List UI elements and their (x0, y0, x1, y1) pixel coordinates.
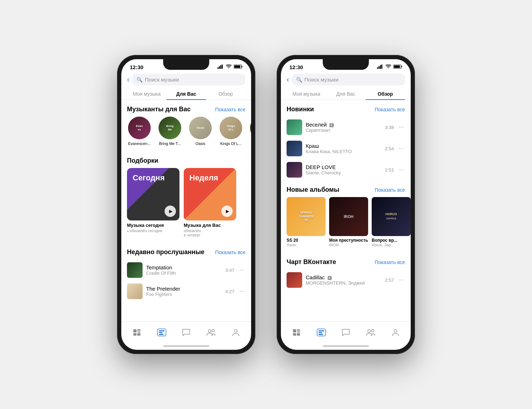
track-name: The Pretender (146, 286, 222, 292)
chart-show-all[interactable]: Показать все (375, 259, 405, 265)
playlist-play-button[interactable] (165, 206, 176, 217)
avatar-img: Evanes (128, 117, 151, 139)
bottom-tab-messages-right[interactable] (342, 329, 350, 336)
artists-title: Музыканты для Вас (127, 106, 191, 113)
avatar-img: Three (250, 117, 251, 139)
playlist-play-button[interactable] (221, 206, 233, 217)
track-cover (127, 284, 143, 299)
list-item[interactable]: Сегодня Музыка сегодня ● обновлён сегодн… (127, 168, 179, 237)
list-item[interactable]: BringMe Bring Me T... (157, 117, 182, 146)
playlist-cover-today: Сегодня (127, 168, 179, 220)
playlist-cover-title: Сегодня (133, 174, 165, 182)
track-duration: 2:54 (385, 146, 394, 151)
tab-my-music-left[interactable]: Моя музыка (127, 88, 166, 100)
svg-rect-30 (297, 333, 300, 336)
tab-for-you-right[interactable]: Для Вас (326, 88, 365, 100)
track-more-button[interactable]: ··· (398, 167, 405, 173)
artist-name: Kings Of L... (220, 141, 242, 146)
bottom-tab-friends-left[interactable] (206, 329, 216, 336)
bottom-tab-music-left[interactable] (157, 329, 166, 336)
bottom-tab-feed-left[interactable] (133, 329, 141, 336)
tabs-left: Моя музыка Для Вас Обзор (121, 88, 251, 100)
bottom-tab-messages-left[interactable] (182, 329, 190, 336)
explicit-icon: E (328, 276, 332, 280)
svg-rect-14 (159, 332, 162, 333)
list-item[interactable]: Oasis Oasis (188, 117, 213, 146)
bottom-tab-feed-right[interactable] (292, 329, 301, 336)
back-button-right[interactable]: ‹ (287, 75, 289, 84)
track-duration: 3:47 (225, 268, 234, 273)
list-item[interactable]: Краш Клава Кока, NILETTO 2:54 ··· (281, 138, 411, 159)
track-info: The Pretender Foo Fighters (146, 286, 222, 297)
track-more-button[interactable]: ··· (398, 124, 405, 130)
track-more-button[interactable]: ··· (238, 288, 245, 295)
album-name: Вопрос вр... (372, 238, 411, 243)
tab-for-you-left[interactable]: Для Вас (166, 88, 206, 100)
recent-section-header: Недавно прослушанные Показать все (121, 243, 251, 259)
artists-show-all[interactable]: Показать все (215, 107, 245, 112)
svg-rect-27 (297, 329, 300, 331)
playlist-cover-title: Неделя (189, 174, 218, 182)
track-cover (287, 272, 302, 288)
list-item[interactable]: Temptation Cradle Of Filth 3:47 ··· (121, 259, 251, 281)
list-item[interactable]: Three Three D... (249, 117, 251, 146)
novinka-show-all[interactable]: Показать все (375, 107, 405, 112)
home-indicator-right (323, 345, 369, 347)
recent-show-all[interactable]: Показать все (215, 250, 245, 255)
search-placeholder-left: Поиск музыки (145, 77, 179, 83)
scroll-content-right: Новинки Показать все Веселей E Скриптони… (281, 100, 411, 350)
albums-show-all[interactable]: Показать все (375, 187, 405, 193)
track-info: Cadillac E MORGENSHTERN, Элджей (306, 274, 381, 286)
album-name: Моя преступность (329, 238, 368, 243)
novinka-section-header: Новинки Показать все (281, 100, 411, 117)
artists-row: Evanes Evanescen... BringMe Bring Me T..… (121, 117, 251, 151)
svg-rect-2 (220, 65, 221, 69)
avatar-img: BringMe (159, 117, 181, 139)
explicit-icon: E (329, 123, 333, 127)
list-item[interactable]: The Pretender Foo Fighters 4:27 ··· (121, 281, 251, 302)
bottom-tab-profile-left[interactable] (232, 329, 240, 336)
search-bar-left[interactable]: 🔍 Поиск музыки (132, 74, 245, 85)
tab-my-music-right[interactable]: Моя музыка (287, 88, 326, 100)
list-item[interactable]: HORUSЗАРЯЗА Вопрос вр... Horus, Зар... (372, 197, 411, 247)
tab-browse-right[interactable]: Обзор (366, 88, 405, 100)
track-cover (127, 262, 143, 278)
track-more-button[interactable]: ··· (398, 145, 405, 152)
list-item[interactable]: IROH Моя преступность IROH (329, 197, 368, 247)
list-item[interactable]: Веселей E Скриптонит 3:38 ··· (281, 117, 411, 138)
svg-rect-19 (377, 67, 378, 69)
list-item[interactable]: Cadillac E MORGENSHTERN, Элджей 2:57 ··· (281, 269, 411, 291)
list-item[interactable]: DEEP LOVE Slame, Cherocky 2:51 ··· (281, 159, 411, 180)
track-cover (287, 119, 302, 135)
album-cover: IROH (329, 197, 368, 236)
playlist-name: Музыка сегодня (127, 223, 179, 228)
status-icons-right (377, 65, 402, 70)
track-duration: 3:38 (385, 125, 394, 130)
list-item[interactable]: Evanes Evanescen... (127, 117, 152, 146)
novinka-title: Новинки (287, 106, 314, 113)
track-more-button[interactable]: ··· (238, 267, 245, 273)
list-item[interactable]: KingsOf L Kings Of L... (218, 117, 243, 146)
track-more-button[interactable]: ··· (398, 277, 405, 283)
avatar-img: KingsOf L (220, 117, 242, 139)
phone-left-content: ‹ 🔍 Поиск музыки Моя музыка Для Вас Обзо… (121, 70, 251, 350)
playlist-name: Музыка для Вас (184, 223, 236, 228)
album-cover: SPRINGSUMMER20 (287, 197, 326, 236)
back-button-left[interactable]: ‹ (127, 75, 129, 84)
svg-rect-20 (378, 66, 379, 69)
playlist-cover-week: Неделя (184, 168, 236, 220)
svg-rect-1 (219, 66, 220, 69)
bottom-tab-friends-right[interactable] (366, 329, 376, 336)
tab-browse-left[interactable]: Обзор (206, 88, 245, 100)
playlists-section-header: Подборки (121, 151, 251, 168)
search-bar-right[interactable]: 🔍 Поиск музыки (292, 74, 405, 85)
bottom-tab-music-right[interactable] (317, 329, 326, 336)
recent-title: Недавно прослушанные (127, 248, 204, 256)
bottom-tab-profile-right[interactable] (392, 329, 399, 336)
list-item[interactable]: Неделя Музыка для Вас обновлёнв четверг (184, 168, 236, 237)
avatar: Oasis (189, 117, 212, 139)
album-artist: Horus, Зар... (372, 243, 411, 247)
svg-rect-21 (380, 65, 381, 69)
chart-section-header: Чарт ВКонтакте Показать все (281, 253, 411, 269)
list-item[interactable]: SPRINGSUMMER20 SS 20 Yanix (287, 197, 326, 247)
